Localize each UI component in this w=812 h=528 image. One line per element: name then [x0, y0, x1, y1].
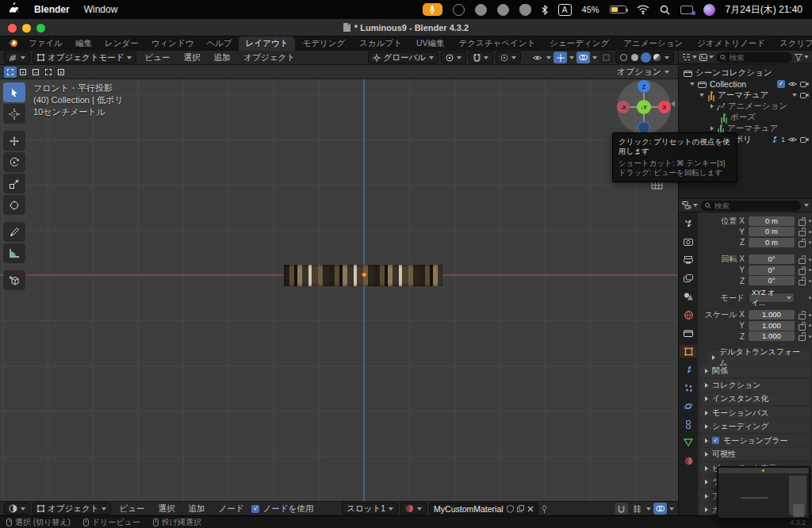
steering-wheel-icon[interactable]: [453, 4, 465, 16]
shading-solid-button[interactable]: [631, 54, 638, 61]
outliner-row-armature-object[interactable]: アーマチュア: [679, 90, 812, 101]
tab-world[interactable]: [680, 308, 697, 321]
tool-add-cube[interactable]: [3, 270, 25, 290]
collection-checkbox[interactable]: ✓: [777, 80, 785, 88]
animate-dot[interactable]: [809, 258, 811, 261]
tool-measure[interactable]: [3, 243, 25, 263]
input-source-icon[interactable]: A: [558, 4, 572, 16]
workspace-tab-scripting[interactable]: スクリプト作成: [772, 36, 812, 51]
tool-cursor[interactable]: [3, 104, 25, 124]
menu-edit[interactable]: 編集: [69, 36, 98, 51]
unlink-x-icon[interactable]: [527, 506, 534, 512]
region-collapse-arrow-icon[interactable]: [671, 101, 675, 107]
section-motion-blur[interactable]: ✓モーションブラー: [700, 434, 810, 447]
object-visibility-toggle[interactable]: [530, 52, 544, 63]
scale-x-field[interactable]: 1.000: [749, 310, 795, 319]
viewport-menu-object[interactable]: オブジェクト: [238, 52, 300, 63]
select-mode-invert-button[interactable]: [42, 67, 55, 78]
use-nodes-toggle[interactable]: ✓ ノードを使用: [251, 503, 313, 515]
shader-overlays-toggle[interactable]: [653, 503, 667, 515]
3d-viewport[interactable]: [0, 79, 678, 501]
shader-mode-selector[interactable]: オブジェクト: [33, 503, 111, 515]
section-instancing[interactable]: インスタンス化: [700, 392, 810, 405]
eye-icon[interactable]: [788, 136, 797, 143]
menubar-app-name[interactable]: Blender: [34, 4, 70, 15]
tab-object[interactable]: [680, 345, 697, 358]
motion-blur-checkbox[interactable]: ✓: [712, 437, 719, 444]
material-name-field[interactable]: MyCustomMaterial: [429, 503, 538, 515]
workspace-tab-animation[interactable]: アニメーション: [616, 36, 690, 51]
scale-y-field[interactable]: 1.000: [749, 321, 795, 331]
material-slot-selector[interactable]: スロット1: [342, 503, 398, 515]
outliner-filter-button[interactable]: [795, 54, 809, 61]
tool-transform[interactable]: [3, 195, 25, 215]
tab-scene[interactable]: [680, 290, 697, 303]
properties-editor-type-selector[interactable]: [682, 201, 698, 209]
show-overlays-toggle[interactable]: [576, 52, 590, 63]
location-y-field[interactable]: 0 m: [749, 227, 795, 236]
properties-search[interactable]: [701, 201, 801, 211]
workspace-tab-geometrynodes[interactable]: ジオメトリノード: [690, 36, 772, 51]
rotation-x-field[interactable]: 0°: [749, 254, 795, 264]
outliner-search-input[interactable]: [730, 53, 788, 62]
animate-dot[interactable]: [809, 324, 811, 327]
vpn-icon[interactable]: [519, 4, 531, 16]
animate-dot[interactable]: [809, 280, 811, 282]
gizmo-axis-negy[interactable]: -Y: [637, 100, 651, 114]
gizmo-axis-x[interactable]: X: [658, 101, 671, 113]
shader-menu-node[interactable]: ノード: [213, 503, 249, 515]
apple-menu[interactable]: [10, 2, 20, 17]
line-app-icon[interactable]: [497, 4, 509, 16]
wifi-icon[interactable]: [637, 5, 649, 14]
tool-rotate[interactable]: [3, 152, 25, 172]
outliner-search[interactable]: [716, 52, 792, 63]
section-collections[interactable]: コレクション: [700, 379, 810, 392]
shader-snap-toggle[interactable]: [615, 503, 628, 515]
chevron-down-icon[interactable]: [646, 507, 651, 511]
tab-render[interactable]: [680, 235, 697, 248]
fake-user-shield-icon[interactable]: [507, 505, 514, 513]
outliner-row-collection[interactable]: Collection ✓: [679, 78, 812, 90]
shading-material-button[interactable]: [642, 54, 649, 61]
outliner-display-mode-selector[interactable]: [699, 54, 714, 61]
new-material-copy-icon[interactable]: [517, 505, 524, 512]
screen-share-thumbnail[interactable]: [717, 466, 810, 519]
close-window-button[interactable]: [8, 24, 17, 33]
shader-menu-select[interactable]: 選択: [152, 503, 180, 515]
select-mode-subtract-button[interactable]: −: [29, 67, 42, 78]
tab-constraints[interactable]: [680, 418, 697, 430]
animate-dot[interactable]: [809, 269, 811, 271]
shader-menu-add[interactable]: 追加: [182, 503, 210, 515]
menubar-window-menu[interactable]: Window: [84, 4, 118, 15]
transform-orientation-selector[interactable]: グローバル: [368, 52, 439, 63]
location-z-field[interactable]: 0 m: [749, 238, 795, 247]
editor-type-selector[interactable]: [4, 52, 30, 63]
pin-icon[interactable]: [541, 505, 548, 513]
viewport-menu-view[interactable]: ビュー: [139, 52, 175, 63]
lock-icon[interactable]: [798, 322, 805, 330]
menu-help[interactable]: ヘルプ: [200, 36, 238, 51]
screen-mirroring-icon[interactable]: [680, 6, 693, 14]
shading-rendered-button[interactable]: [653, 54, 661, 61]
tool-move[interactable]: [3, 131, 25, 151]
tab-modifiers[interactable]: [680, 363, 697, 376]
minimize-window-button[interactable]: [22, 24, 31, 33]
select-mode-new-button[interactable]: [4, 67, 17, 78]
controller-icon[interactable]: [475, 4, 487, 16]
expand-icon[interactable]: [699, 94, 704, 97]
select-mode-extend-button[interactable]: +: [17, 67, 29, 78]
chevron-down-icon[interactable]: [569, 56, 574, 59]
animate-dot[interactable]: [809, 335, 811, 338]
rotation-z-field[interactable]: 0°: [749, 276, 795, 285]
chevron-down-icon[interactable]: [669, 507, 674, 511]
rotation-mode-dropdown[interactable]: XYZ オイ...: [749, 293, 795, 303]
chevron-down-icon[interactable]: [804, 204, 809, 207]
tool-scale[interactable]: [3, 174, 25, 193]
animate-dot[interactable]: [809, 241, 811, 243]
shading-wireframe-button[interactable]: [620, 54, 627, 61]
zoom-window-button[interactable]: [36, 24, 45, 33]
workspace-tab-texturepaint[interactable]: テクスチャペイント: [452, 36, 543, 51]
expand-icon[interactable]: [710, 126, 714, 131]
tab-material[interactable]: [680, 454, 697, 467]
animate-dot[interactable]: [809, 314, 811, 316]
